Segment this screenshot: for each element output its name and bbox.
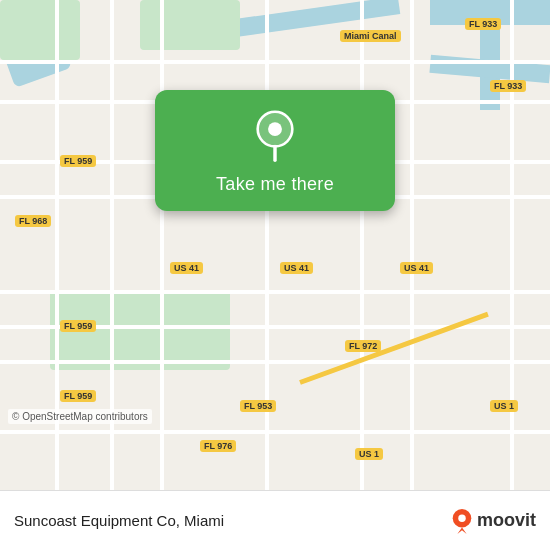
road-label-fl-933-top: FL 933 <box>465 18 501 30</box>
take-me-there-button[interactable]: Take me there <box>216 174 334 195</box>
road-label-us-41-right: US 41 <box>280 262 313 274</box>
road-v3 <box>160 0 164 490</box>
road-v5 <box>265 0 269 490</box>
road-label-us-41-left: US 41 <box>170 262 203 274</box>
map-card: Take me there <box>155 90 395 211</box>
road-label-fl-959-bot: FL 959 <box>60 390 96 402</box>
road-label-us-1-bot: US 1 <box>490 400 518 412</box>
svg-point-3 <box>458 514 465 521</box>
road-v8 <box>410 0 414 490</box>
road-label-fl-972: FL 972 <box>345 340 381 352</box>
map-view: FL 982FL 959FL 9FL 968US 41US 41US 41FL … <box>0 0 550 490</box>
moovit-logo: moovit <box>451 508 536 534</box>
moovit-pin-icon <box>451 508 473 534</box>
road-label-fl-968: FL 968 <box>15 215 51 227</box>
business-name: Suncoast Equipment Co, Miami <box>14 512 224 529</box>
road-label-us-41-far: US 41 <box>400 262 433 274</box>
road-h6 <box>0 290 550 294</box>
road-v7 <box>360 0 364 490</box>
road-h8 <box>0 360 550 364</box>
svg-point-1 <box>268 122 282 136</box>
road-label-fl-953: FL 953 <box>240 400 276 412</box>
road-label-fl-933-mid: FL 933 <box>490 80 526 92</box>
road-h1 <box>0 60 550 64</box>
road-label-fl-976: FL 976 <box>200 440 236 452</box>
park-3 <box>140 0 240 50</box>
canal-4 <box>480 0 500 110</box>
park-2 <box>0 0 80 60</box>
road-h10 <box>0 430 550 434</box>
bottom-bar: Suncoast Equipment Co, Miami moovit <box>0 490 550 550</box>
road-label-us-1-bottom: US 1 <box>355 448 383 460</box>
road-label-fl-959-mid: FL 959 <box>60 320 96 332</box>
moovit-brand-text: moovit <box>477 510 536 531</box>
location-pin-icon <box>249 110 301 162</box>
road-v10 <box>510 0 514 490</box>
road-label-miami-canal: Miami Canal <box>340 30 401 42</box>
road-label-fl-959-top: FL 959 <box>60 155 96 167</box>
osm-credit: © OpenStreetMap contributors <box>8 409 152 424</box>
